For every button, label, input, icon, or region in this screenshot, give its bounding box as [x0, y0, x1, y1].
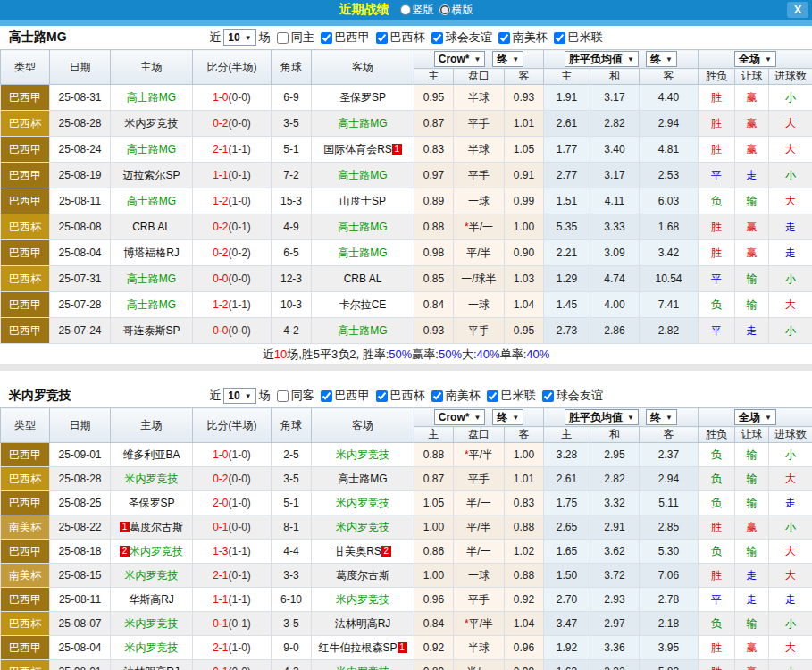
near-label: 近 [209, 388, 221, 404]
chevron-down-icon: ▼ [666, 55, 673, 63]
odds-company-dropdown[interactable]: Crow*▼ [434, 51, 486, 67]
europe-final-dropdown-label: 终 [650, 410, 661, 425]
league-filter-checkbox-1[interactable] [376, 390, 388, 402]
asian-odds-group-inner: Crow*▼终▼ [414, 51, 543, 67]
titlebar: 近期战绩 竖版 横版 X [0, 0, 812, 20]
date-cell: 25-07-28 [50, 292, 111, 318]
europe-avg-dropdown[interactable]: 胜平负均值▼ [565, 51, 639, 67]
final-score: 0-1 [213, 666, 228, 670]
date-cell: 25-08-08 [50, 214, 111, 240]
asian-odds-group-inner: Crow*▼终▼ [414, 409, 543, 425]
europe-away-odds-cell: 4.81 [640, 137, 699, 163]
corners-cell: 10-3 [272, 292, 312, 318]
asian-home-odds-cell: 0.97 [414, 163, 454, 188]
europe-odds-group-header: 胜平负均值▼终▼ [544, 50, 699, 69]
close-button[interactable]: X [787, 2, 808, 18]
summary-part: 10 [274, 348, 287, 361]
team-name-text: 法林明高RJ [123, 666, 180, 670]
odds-final-dropdown[interactable]: 终▼ [492, 51, 523, 67]
league-filter-checkbox-2[interactable] [431, 32, 443, 44]
league-filter-label-4: 球会友谊 [557, 388, 603, 404]
team-badge: 1 [398, 642, 407, 653]
sub-header-2: 客 [505, 69, 544, 85]
asian-away-odds-cell: 0.88 [505, 515, 544, 540]
layout-option-vertical[interactable]: 竖版 [400, 3, 434, 18]
odds-company-dropdown[interactable]: Crow*▼ [434, 409, 486, 425]
goals-result-cell: 大 [769, 292, 812, 318]
handicap-result-cell: 赢 [735, 137, 769, 163]
same-venue-checkbox[interactable] [277, 32, 289, 44]
wdl-result-cell: 负 [699, 612, 735, 636]
same-venue-checkbox[interactable] [277, 390, 289, 402]
vertical-radio[interactable] [400, 4, 411, 15]
team-name-text: 米内罗竞技 [336, 497, 389, 509]
score-cell: 0-2(0-0) [193, 111, 272, 137]
team-name-text: 高士路MG [338, 117, 387, 130]
match-row: 巴西杯25-08-01法林明高RJ0-1(0-0)4-3米内罗竞技0.89半/一… [1, 660, 812, 670]
handicap-result-cell: 走 [735, 318, 769, 344]
asian-home-odds-cell: 0.98 [414, 240, 454, 266]
away-team-cell: 高士路MG [312, 214, 414, 240]
handicap-cell: 半球 [454, 636, 505, 660]
europe-draw-odds-cell: 3.17 [590, 163, 640, 188]
asian-away-odds-cell: 0.90 [505, 240, 544, 266]
results-group-inner: 全场▼ [699, 51, 812, 67]
league-cell: 巴西甲 [1, 292, 50, 318]
europe-draw-odds-cell: 2.93 [590, 588, 640, 612]
league-filter-checkbox-2[interactable] [431, 390, 443, 402]
corners-cell: 4-9 [272, 214, 312, 240]
final-score: 2-1 [213, 641, 228, 654]
europe-draw-odds-cell: 2.82 [590, 111, 640, 137]
league-filter-checkbox-0[interactable] [321, 390, 332, 402]
layout-option-horizontal[interactable]: 横版 [439, 3, 473, 18]
away-team-cell: 高士路MG [312, 467, 414, 491]
league-filter-checkbox-1[interactable] [376, 32, 388, 44]
goals-result-cell: 大 [769, 111, 812, 137]
europe-final-dropdown[interactable]: 终▼ [646, 51, 677, 67]
titlebar-substrip [0, 20, 812, 26]
handicap-cell: 一球 [454, 564, 505, 588]
matches-table: 类型日期主场比分(半场)角球客场Crow*▼终▼胜平负均值▼终▼全场▼主盘口客主… [0, 407, 812, 670]
europe-home-odds-cell: 1.77 [544, 137, 590, 163]
sub-header-1: 盘口 [454, 427, 505, 443]
league-cell: 南美杯 [1, 515, 50, 540]
scope-dropdown[interactable]: 全场▼ [734, 51, 776, 67]
match-count-dropdown[interactable]: 10▼ [223, 388, 255, 404]
date-cell: 25-08-19 [50, 163, 111, 188]
half-score: (0-0) [229, 666, 251, 670]
league-cell: 巴西甲 [1, 137, 50, 163]
league-filter-checkbox-0[interactable] [321, 32, 332, 44]
europe-avg-dropdown[interactable]: 胜平负均值▼ [565, 409, 639, 425]
half-score: (0-0) [229, 117, 251, 130]
europe-final-dropdown[interactable]: 终▼ [646, 409, 677, 425]
league-filter-checkbox-4[interactable] [542, 390, 554, 402]
league-filter-checkbox-3[interactable] [487, 390, 498, 402]
scope-dropdown[interactable]: 全场▼ [734, 409, 776, 425]
score-cell: 1-0(1-0) [193, 443, 272, 467]
score-cell: 0-2(0-0) [193, 467, 272, 491]
odds-final-dropdown[interactable]: 终▼ [492, 409, 523, 425]
europe-home-odds-cell: 2.61 [544, 111, 590, 137]
league-filter-checkbox-3[interactable] [498, 32, 510, 44]
home-team-cell: 1葛度尔古斯 [111, 515, 193, 540]
final-score: 2-1 [213, 143, 228, 155]
match-count-dropdown[interactable]: 10▼ [223, 29, 255, 46]
match-row: 南美杯25-08-221葛度尔古斯0-1(0-0)8-1米内罗竞技1.00平/半… [1, 515, 812, 540]
final-score: 0-2 [213, 473, 228, 485]
europe-draw-odds-cell: 3.36 [590, 636, 640, 660]
wdl-result-cell: 负 [699, 491, 735, 515]
final-score: 1-2 [213, 195, 228, 207]
europe-away-odds-cell: 10.54 [640, 266, 699, 292]
handicap-result-cell: 走 [735, 564, 769, 588]
handicap-result-cell: 赢 [735, 214, 769, 240]
horizontal-radio[interactable] [439, 4, 450, 15]
corners-cell: 3-5 [272, 612, 312, 636]
col-header-2: 主场 [111, 50, 193, 85]
score-cell: 0-1(0-0) [193, 660, 272, 670]
europe-draw-odds-cell: 3.33 [590, 214, 640, 240]
league-filter-label-4: 巴米联 [568, 29, 603, 46]
europe-draw-odds-cell: 2.95 [590, 443, 640, 467]
league-filter-checkbox-4[interactable] [554, 32, 565, 44]
europe-away-odds-cell: 2.94 [640, 111, 699, 137]
wdl-result-cell: 平 [699, 163, 735, 188]
